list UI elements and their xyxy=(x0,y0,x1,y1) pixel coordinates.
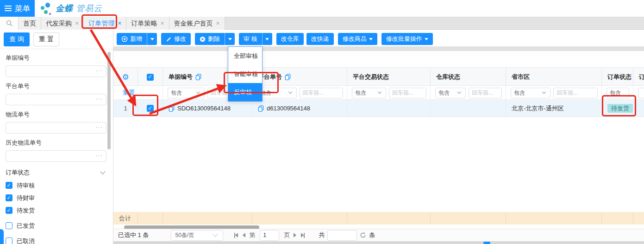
x-circle-icon xyxy=(200,36,206,42)
tab-order-strategy[interactable]: 订单策略 xyxy=(126,17,169,30)
select-all-checkbox[interactable] xyxy=(147,74,154,81)
more-icon[interactable] xyxy=(95,67,103,74)
tab-capital-account[interactable]: 资金账户首页 xyxy=(169,17,225,30)
chevron-down-icon xyxy=(100,169,105,174)
checkbox-checked[interactable] xyxy=(6,207,13,214)
checkbox-unchecked[interactable] xyxy=(6,238,13,244)
audit-button[interactable]: 审 核 xyxy=(239,33,262,45)
tab-order-management[interactable]: 订单管理 xyxy=(84,17,126,30)
menu-item-reverse-audit[interactable]: 反审核 xyxy=(228,83,262,101)
filter-reset-link[interactable]: 重置 xyxy=(118,89,135,97)
menu-item-audit-all[interactable]: 全部审核 xyxy=(228,47,262,65)
more-icon[interactable] xyxy=(95,123,103,130)
page-number-input[interactable] xyxy=(260,230,279,241)
prev-page-button[interactable] xyxy=(242,232,246,238)
caret-down-icon xyxy=(369,38,373,42)
column-header-truncated[interactable]: 订 xyxy=(633,68,644,86)
copy-icon[interactable] xyxy=(195,74,201,80)
filter-input-platform-number[interactable] xyxy=(300,88,343,98)
total-count-input[interactable] xyxy=(327,230,357,241)
logistics-number-input[interactable] xyxy=(6,122,106,134)
more-icon[interactable] xyxy=(95,95,103,102)
checkbox-checked[interactable] xyxy=(6,182,13,189)
filter-operator-select[interactable]: 包含 xyxy=(352,88,386,98)
menu-item-smart-audit[interactable]: 智能审核 xyxy=(228,65,262,83)
column-header-order-status[interactable]: 订单状态 xyxy=(602,68,633,86)
filter-operator-select[interactable]: 包含 xyxy=(257,88,297,98)
plus-circle-icon xyxy=(121,36,128,42)
cell-region: 北京-北京市-通州区 xyxy=(506,100,602,117)
status-option-pending-finance[interactable]: 待财审 xyxy=(6,193,106,203)
column-settings-gear-icon[interactable] xyxy=(122,72,129,82)
filter-input-region[interactable] xyxy=(553,88,598,98)
row-index: 1 xyxy=(113,100,138,117)
checkbox-checked[interactable] xyxy=(6,194,13,201)
column-header-warehouse-status[interactable]: 仓库状态 xyxy=(431,68,506,86)
next-page-button[interactable] xyxy=(293,232,297,238)
batch-operations-button[interactable]: 修改批量操作 xyxy=(381,33,433,45)
order-number-input[interactable] xyxy=(6,65,106,77)
collapsed-panel-handle[interactable] xyxy=(0,229,4,244)
query-button[interactable]: 查 询 xyxy=(4,32,30,46)
brand-dots-icon xyxy=(39,0,53,16)
chevron-down-icon xyxy=(378,90,381,94)
brand-logo: 金蝶 管易云 xyxy=(39,0,102,17)
status-option-shipped[interactable]: 已发货 xyxy=(6,221,106,231)
close-icon[interactable] xyxy=(118,20,121,26)
more-icon[interactable] xyxy=(95,152,103,159)
filter-operator-select[interactable]: 包含 xyxy=(606,88,629,98)
filter-operator-select[interactable]: 包含 xyxy=(168,88,205,98)
delete-dropdown-button[interactable] xyxy=(225,33,235,45)
table-row[interactable]: 1 SDO613009564148 d613009564148 北京-北京市-通… xyxy=(113,100,644,117)
status-option-cancelled[interactable]: 已取消 xyxy=(6,236,106,244)
summary-row: 合计 xyxy=(113,212,644,225)
last-page-button[interactable] xyxy=(300,232,306,239)
history-logistics-number-input[interactable] xyxy=(6,150,106,162)
refresh-icon[interactable] xyxy=(360,232,366,238)
first-page-button[interactable] xyxy=(233,232,239,239)
edit-button[interactable]: 修改 xyxy=(161,33,191,45)
column-header-region[interactable]: 省市区 xyxy=(506,68,602,86)
filter-input-platform-trade-status[interactable] xyxy=(389,88,426,98)
bottom-scroll-indicator[interactable] xyxy=(483,242,490,244)
column-header-platform-trade-status[interactable]: 平台交易状态 xyxy=(347,68,431,86)
row-checkbox[interactable] xyxy=(147,105,154,112)
caret-down-icon xyxy=(150,38,154,42)
filter-operator-select[interactable]: 包含 xyxy=(511,88,550,98)
add-dropdown-button[interactable] xyxy=(147,33,157,45)
modify-product-button[interactable]: 修改商品 xyxy=(338,33,377,45)
hamburger-icon xyxy=(5,4,12,13)
app-window: 菜单 金蝶 管易云 首页 代发采购 订单管理 订单策略 资金账户首 xyxy=(0,0,644,244)
status-option-pending-audit[interactable]: 待审核 xyxy=(6,180,106,190)
copy-icon[interactable] xyxy=(258,105,264,112)
main-menu-button[interactable]: 菜单 xyxy=(0,0,35,17)
close-icon[interactable] xyxy=(75,20,79,26)
filter-input-warehouse-status[interactable] xyxy=(469,88,502,98)
tab-proxy-purchase[interactable]: 代发采购 xyxy=(41,17,84,30)
tab-home[interactable]: 首页 xyxy=(19,17,41,30)
audit-dropdown-button[interactable] xyxy=(262,33,272,45)
change-warehouse-button[interactable]: 改仓库 xyxy=(276,33,304,45)
page-size-select[interactable]: 50条/页 xyxy=(171,230,223,241)
filter-operator-select[interactable] xyxy=(638,88,644,98)
platform-number-input[interactable] xyxy=(6,94,106,105)
main-menu-label: 菜单 xyxy=(15,3,31,14)
add-button[interactable]: 新增 xyxy=(117,33,147,45)
copy-icon[interactable] xyxy=(169,105,175,112)
chevron-down-icon xyxy=(288,90,292,94)
copy-icon[interactable] xyxy=(285,74,291,80)
checkbox-unchecked[interactable] xyxy=(6,222,13,229)
change-courier-button[interactable]: 改快递 xyxy=(306,33,334,45)
delete-button[interactable]: 删除 xyxy=(195,33,225,45)
column-header-platform-number[interactable]: 平台单号 xyxy=(252,68,347,86)
tab-search-button[interactable] xyxy=(0,17,19,30)
status-option-pending-ship[interactable]: 待发货 xyxy=(6,205,106,215)
field-history-logistics-number: 历史物流单号 xyxy=(6,139,106,162)
page-word-post: 页 xyxy=(284,231,290,239)
order-status-section-header[interactable]: 订单状态 xyxy=(6,168,106,177)
close-icon[interactable] xyxy=(160,20,164,26)
filter-operator-select[interactable]: 包含 xyxy=(435,88,466,98)
reset-button[interactable]: 重 置 xyxy=(33,32,59,46)
sidebar-scrollbar[interactable] xyxy=(107,52,111,149)
close-icon[interactable] xyxy=(216,20,220,26)
